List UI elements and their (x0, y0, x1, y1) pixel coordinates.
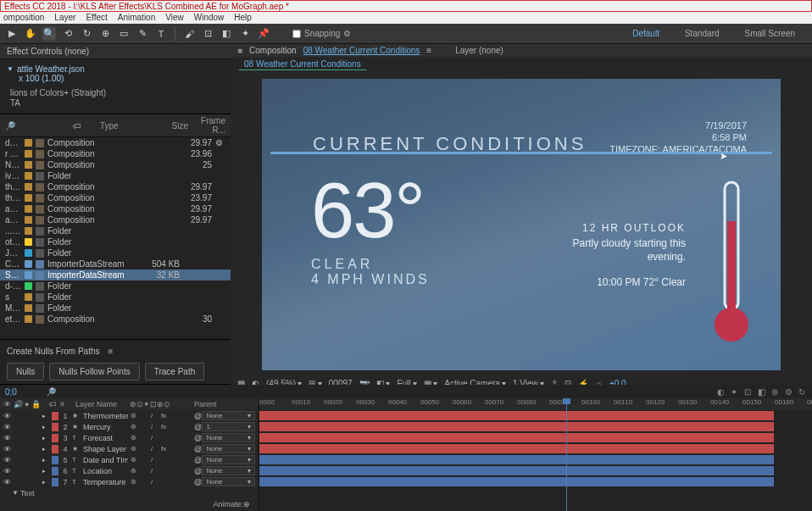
project-item[interactable]: eter-SubComposition30 (0, 314, 231, 325)
parent-col[interactable]: Parent (194, 400, 255, 408)
twirl-icon[interactable]: ▸ (42, 446, 49, 453)
project-item[interactable]: iven-CompositionsFolder (0, 170, 231, 181)
animate-row[interactable]: Animate: ⊕ (0, 498, 259, 509)
label-color[interactable] (25, 150, 32, 158)
ws-small[interactable]: Small Screen (733, 25, 807, 42)
pickwhip-icon[interactable]: @ (194, 467, 202, 475)
tl-sw-6[interactable]: ⚙ (783, 386, 793, 397)
layer-label-color[interactable] (52, 434, 58, 442)
menu-window[interactable]: Window (194, 14, 225, 22)
label-color[interactable] (25, 161, 32, 169)
snapping-opts-icon[interactable]: ⚙ (343, 29, 351, 38)
layer-switches[interactable]: ⊛/ (131, 456, 192, 464)
col-label-icon[interactable]: 🏷 (73, 121, 97, 131)
nulls-btn-trace[interactable]: Trace Path (145, 363, 205, 380)
track[interactable] (259, 476, 812, 487)
track[interactable] (259, 410, 812, 421)
ws-standard[interactable]: Standard (673, 25, 731, 42)
layer-label-color[interactable] (52, 456, 58, 464)
project-item[interactable]: da_pop_mapComposition29.97⚙ (0, 137, 231, 148)
zoom-tool[interactable]: 🔍 (42, 27, 56, 41)
layer-label-color[interactable] (52, 445, 58, 453)
layer-switches[interactable]: ⊛/fx (131, 423, 192, 430)
track[interactable] (259, 465, 812, 476)
layer-bar[interactable] (259, 433, 774, 442)
clone-tool[interactable]: ⊡ (201, 27, 214, 41)
parent-dropdown[interactable]: @None▾ (194, 411, 255, 420)
layer-bar[interactable] (259, 444, 774, 453)
selection-tool[interactable]: ▶ (5, 27, 19, 41)
track[interactable] (259, 443, 812, 454)
layer-name[interactable]: Temperature (83, 478, 128, 486)
brush-tool[interactable]: 🖌 (182, 27, 196, 41)
timecode[interactable]: 0;0 (5, 387, 42, 397)
menu-composition[interactable]: omposition (3, 14, 44, 22)
label-color[interactable] (25, 194, 32, 202)
rect-tool[interactable]: ▭ (117, 27, 131, 41)
parent-dropdown[interactable]: @None▾ (194, 433, 255, 442)
rotate-tool[interactable]: ↻ (80, 27, 93, 41)
search-icon[interactable]: 🔎 (5, 121, 15, 131)
snapping-checkbox[interactable] (292, 30, 301, 38)
parent-dropdown[interactable]: @None▾ (194, 455, 255, 464)
layer-switches[interactable]: ⊛/ (131, 478, 192, 486)
layer-row[interactable]: 👁▸3TForecast⊛/@None▾ (0, 432, 259, 443)
layer-name[interactable]: Location (83, 467, 128, 475)
menu-help[interactable]: Help (234, 14, 252, 22)
layer-row[interactable]: 👁▸7TTemperature⊛/@None▾ (0, 476, 259, 487)
text-twirl[interactable]: ▼Text (0, 487, 259, 498)
project-list[interactable]: da_pop_mapComposition29.97⚙r Current Con… (0, 137, 231, 339)
label-color[interactable] (25, 271, 32, 279)
visibility-toggle[interactable]: 👁 (3, 423, 12, 431)
project-item[interactable]: sFolder (0, 292, 231, 303)
project-item[interactable]: otage)Folder (0, 236, 231, 247)
orbit-tool[interactable]: ⟲ (61, 27, 75, 41)
twirl-icon[interactable]: ▸ (42, 457, 49, 464)
label-color[interactable] (25, 238, 32, 246)
parent-dropdown[interactable]: @None▾ (194, 466, 255, 475)
roto-tool[interactable]: ✦ (238, 27, 252, 41)
visibility-toggle[interactable]: 👁 (3, 478, 12, 486)
comp-tab-name[interactable]: 08 Weather Current Conditions (303, 46, 420, 55)
pickwhip-icon[interactable]: @ (194, 434, 202, 442)
pickwhip-icon[interactable]: @ (194, 478, 202, 486)
pickwhip-icon[interactable]: @ (194, 445, 202, 453)
pen-tool[interactable]: ✎ (136, 27, 149, 41)
parent-dropdown[interactable]: @None▾ (194, 444, 255, 453)
parent-dropdown[interactable]: @None▾ (194, 477, 255, 486)
parent-dropdown[interactable]: @1. Thermomet▾ (194, 422, 255, 431)
project-item[interactable]: d-Shape-PointsFolder (0, 280, 231, 292)
label-color[interactable] (25, 249, 32, 257)
breadcrumb-item[interactable]: 08 Weather Current Conditions (239, 58, 366, 70)
nulls-btn-nulls[interactable]: Nulls (7, 363, 44, 380)
col-frame[interactable]: Frame R... (192, 116, 225, 135)
layer-switches[interactable]: ⊛/ (131, 467, 192, 475)
label-color[interactable] (25, 139, 32, 147)
label-color[interactable] (25, 172, 32, 180)
chevron-down-icon[interactable]: ▼ (12, 489, 20, 497)
layer-switches[interactable]: ⊛/fx (131, 412, 192, 419)
nulls-btn-follow[interactable]: Nulls Follow Points (49, 363, 139, 380)
track[interactable] (259, 421, 812, 432)
pickwhip-icon[interactable]: @ (194, 456, 202, 464)
twirl-icon[interactable]: ▸ (42, 479, 49, 486)
project-item[interactable]: ... Animation Examples 2_1 folderFolder (0, 225, 231, 236)
visibility-toggle[interactable]: 👁 (3, 445, 12, 453)
animate-add-icon[interactable]: ⊕ (243, 500, 250, 508)
project-item[interactable]: an home prices - C4DComposition29.97 (0, 203, 231, 214)
tl-sw-7[interactable]: ↻ (797, 386, 807, 397)
layer-label-color[interactable] (52, 423, 58, 431)
label-color[interactable] (25, 227, 32, 235)
text-tool[interactable]: T (154, 27, 168, 41)
viewer[interactable]: CURRENT CONDITIONS 7/19/2017 6:58 PM TIM… (231, 72, 812, 377)
pickwhip-icon[interactable]: @ (194, 412, 202, 420)
tl-sw-2[interactable]: ✦ (729, 386, 739, 397)
menu-view[interactable]: View (165, 14, 184, 22)
menu-effect[interactable]: Effect (86, 14, 107, 22)
layers-list[interactable]: 👁▸1★Thermometer⊛/fx@None▾👁▸2★Mercury⊛/fx… (0, 410, 259, 487)
layer-row[interactable]: 👁▸5TDate and TIme⊛/@None▾ (0, 454, 259, 465)
label-color[interactable] (25, 205, 32, 213)
col-size[interactable]: Size (154, 121, 188, 131)
ws-default[interactable]: Default (620, 25, 671, 42)
layer-name[interactable]: Shape Layer 2 (83, 445, 128, 453)
